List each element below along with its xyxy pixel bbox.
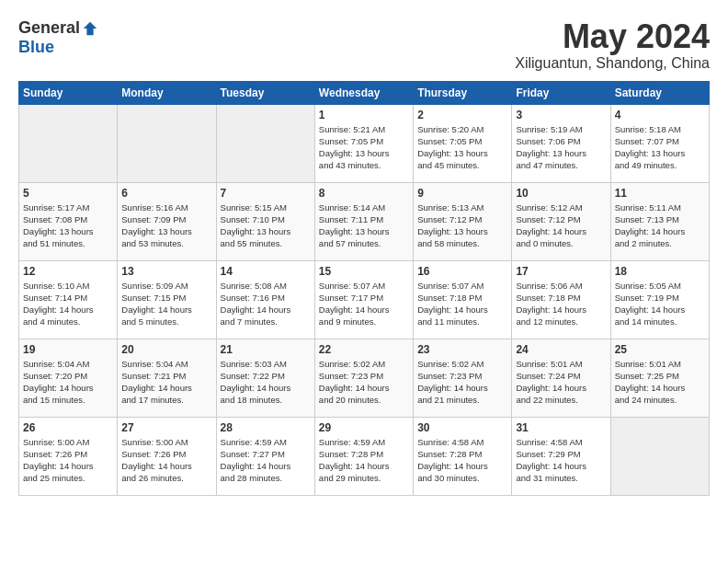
- day-number: 29: [319, 421, 409, 434]
- calendar-day-cell: 5Sunrise: 5:17 AMSunset: 7:08 PMDaylight…: [19, 182, 118, 260]
- calendar-day-cell: 16Sunrise: 5:07 AMSunset: 7:18 PMDayligh…: [414, 260, 512, 339]
- logo-general-text: General: [18, 18, 80, 38]
- day-info: Sunrise: 5:18 AMSunset: 7:07 PMDaylight:…: [615, 123, 705, 172]
- calendar-day-cell: 11Sunrise: 5:11 AMSunset: 7:13 PMDayligh…: [610, 182, 709, 260]
- day-info: Sunrise: 5:09 AMSunset: 7:15 PMDaylight:…: [121, 280, 211, 328]
- day-info: Sunrise: 5:21 AMSunset: 7:05 PMDaylight:…: [319, 123, 409, 172]
- day-info: Sunrise: 5:00 AMSunset: 7:26 PMDaylight:…: [121, 436, 211, 485]
- calendar-day-cell: 2Sunrise: 5:20 AMSunset: 7:05 PMDaylight…: [414, 104, 512, 182]
- logo-blue-text: Blue: [18, 38, 54, 57]
- day-number: 31: [516, 421, 606, 434]
- logo: General Blue: [18, 18, 98, 57]
- day-info: Sunrise: 4:58 AMSunset: 7:28 PMDaylight:…: [417, 436, 507, 485]
- day-number: 3: [516, 109, 606, 121]
- day-number: 25: [615, 343, 705, 356]
- calendar-day-cell: 28Sunrise: 4:59 AMSunset: 7:27 PMDayligh…: [216, 417, 314, 495]
- day-info: Sunrise: 5:02 AMSunset: 7:23 PMDaylight:…: [417, 358, 507, 407]
- calendar-week-row: 12Sunrise: 5:10 AMSunset: 7:14 PMDayligh…: [19, 260, 710, 339]
- day-info: Sunrise: 5:01 AMSunset: 7:24 PMDaylight:…: [516, 358, 606, 407]
- day-info: Sunrise: 5:05 AMSunset: 7:19 PMDaylight:…: [615, 280, 705, 328]
- calendar-day-cell: 9Sunrise: 5:13 AMSunset: 7:12 PMDaylight…: [414, 182, 512, 260]
- header-friday: Friday: [512, 81, 610, 104]
- day-number: 10: [516, 187, 606, 200]
- svg-marker-0: [84, 21, 97, 34]
- calendar-header-row: SundayMondayTuesdayWednesdayThursdayFrid…: [19, 81, 710, 104]
- calendar-day-cell: 15Sunrise: 5:07 AMSunset: 7:17 PMDayligh…: [314, 260, 413, 339]
- calendar-day-cell: 21Sunrise: 5:03 AMSunset: 7:22 PMDayligh…: [216, 339, 314, 417]
- day-info: Sunrise: 4:58 AMSunset: 7:29 PMDaylight:…: [516, 436, 606, 485]
- calendar-day-cell: 24Sunrise: 5:01 AMSunset: 7:24 PMDayligh…: [512, 339, 610, 417]
- day-number: 2: [417, 109, 507, 121]
- day-info: Sunrise: 5:04 AMSunset: 7:20 PMDaylight:…: [23, 358, 113, 407]
- day-info: Sunrise: 5:04 AMSunset: 7:21 PMDaylight:…: [121, 358, 211, 407]
- day-number: 17: [516, 265, 606, 278]
- day-info: Sunrise: 5:16 AMSunset: 7:09 PMDaylight:…: [121, 201, 211, 250]
- day-number: 20: [121, 343, 211, 356]
- day-number: 28: [221, 421, 311, 434]
- calendar-day-cell: 14Sunrise: 5:08 AMSunset: 7:16 PMDayligh…: [216, 260, 314, 339]
- header-monday: Monday: [118, 81, 216, 104]
- day-number: 26: [23, 421, 113, 434]
- day-number: 27: [121, 421, 211, 434]
- calendar-week-row: 1Sunrise: 5:21 AMSunset: 7:05 PMDaylight…: [19, 104, 710, 182]
- calendar-day-cell: [610, 417, 709, 495]
- calendar-day-cell: 18Sunrise: 5:05 AMSunset: 7:19 PMDayligh…: [610, 260, 709, 339]
- calendar-day-cell: [118, 104, 216, 182]
- day-number: 12: [23, 265, 113, 278]
- calendar-day-cell: 30Sunrise: 4:58 AMSunset: 7:28 PMDayligh…: [414, 417, 512, 495]
- calendar-day-cell: 22Sunrise: 5:02 AMSunset: 7:23 PMDayligh…: [314, 339, 413, 417]
- day-number: 15: [319, 265, 409, 278]
- calendar-week-row: 26Sunrise: 5:00 AMSunset: 7:26 PMDayligh…: [19, 417, 710, 495]
- day-info: Sunrise: 5:12 AMSunset: 7:12 PMDaylight:…: [516, 201, 606, 250]
- calendar-day-cell: 20Sunrise: 5:04 AMSunset: 7:21 PMDayligh…: [118, 339, 216, 417]
- calendar-week-row: 19Sunrise: 5:04 AMSunset: 7:20 PMDayligh…: [19, 339, 710, 417]
- day-number: 4: [615, 109, 705, 121]
- calendar-day-cell: [19, 104, 118, 182]
- calendar-day-cell: 13Sunrise: 5:09 AMSunset: 7:15 PMDayligh…: [118, 260, 216, 339]
- day-info: Sunrise: 4:59 AMSunset: 7:28 PMDaylight:…: [319, 436, 409, 485]
- calendar-day-cell: 19Sunrise: 5:04 AMSunset: 7:20 PMDayligh…: [19, 339, 118, 417]
- day-number: 16: [417, 265, 507, 278]
- day-number: 11: [615, 187, 705, 200]
- page-header: General Blue May 2024 Xiliguantun, Shand…: [18, 18, 710, 72]
- calendar-day-cell: 26Sunrise: 5:00 AMSunset: 7:26 PMDayligh…: [19, 417, 118, 495]
- calendar-day-cell: 29Sunrise: 4:59 AMSunset: 7:28 PMDayligh…: [314, 417, 413, 495]
- day-info: Sunrise: 5:11 AMSunset: 7:13 PMDaylight:…: [615, 201, 705, 250]
- day-info: Sunrise: 5:07 AMSunset: 7:17 PMDaylight:…: [319, 280, 409, 328]
- day-info: Sunrise: 5:20 AMSunset: 7:05 PMDaylight:…: [417, 123, 507, 172]
- day-number: 9: [417, 187, 507, 200]
- header-saturday: Saturday: [610, 81, 709, 104]
- calendar-table: SundayMondayTuesdayWednesdayThursdayFrid…: [18, 81, 710, 496]
- day-number: 13: [121, 265, 211, 278]
- day-number: 24: [516, 343, 606, 356]
- day-info: Sunrise: 5:00 AMSunset: 7:26 PMDaylight:…: [23, 436, 113, 485]
- day-info: Sunrise: 5:15 AMSunset: 7:10 PMDaylight:…: [221, 201, 311, 250]
- day-number: 14: [221, 265, 311, 278]
- day-info: Sunrise: 5:02 AMSunset: 7:23 PMDaylight:…: [319, 358, 409, 407]
- logo-icon: [82, 20, 98, 37]
- day-info: Sunrise: 5:14 AMSunset: 7:11 PMDaylight:…: [319, 201, 409, 250]
- calendar-day-cell: 7Sunrise: 5:15 AMSunset: 7:10 PMDaylight…: [216, 182, 314, 260]
- title-area: May 2024 Xiliguantun, Shandong, China: [515, 18, 710, 72]
- day-number: 6: [121, 187, 211, 200]
- day-info: Sunrise: 5:13 AMSunset: 7:12 PMDaylight:…: [417, 201, 507, 250]
- day-info: Sunrise: 5:07 AMSunset: 7:18 PMDaylight:…: [417, 280, 507, 328]
- calendar-day-cell: 17Sunrise: 5:06 AMSunset: 7:18 PMDayligh…: [512, 260, 610, 339]
- day-number: 1: [319, 109, 409, 121]
- calendar-day-cell: 10Sunrise: 5:12 AMSunset: 7:12 PMDayligh…: [512, 182, 610, 260]
- day-number: 8: [319, 187, 409, 200]
- day-info: Sunrise: 5:03 AMSunset: 7:22 PMDaylight:…: [221, 358, 311, 407]
- day-info: Sunrise: 5:06 AMSunset: 7:18 PMDaylight:…: [516, 280, 606, 328]
- day-number: 30: [417, 421, 507, 434]
- day-info: Sunrise: 4:59 AMSunset: 7:27 PMDaylight:…: [221, 436, 311, 485]
- calendar-day-cell: 1Sunrise: 5:21 AMSunset: 7:05 PMDaylight…: [314, 104, 413, 182]
- day-info: Sunrise: 5:19 AMSunset: 7:06 PMDaylight:…: [516, 123, 606, 172]
- month-title: May 2024: [515, 18, 710, 55]
- calendar-day-cell: 27Sunrise: 5:00 AMSunset: 7:26 PMDayligh…: [118, 417, 216, 495]
- calendar-day-cell: [216, 104, 314, 182]
- calendar-day-cell: 3Sunrise: 5:19 AMSunset: 7:06 PMDaylight…: [512, 104, 610, 182]
- header-thursday: Thursday: [414, 81, 512, 104]
- day-number: 22: [319, 343, 409, 356]
- calendar-day-cell: 6Sunrise: 5:16 AMSunset: 7:09 PMDaylight…: [118, 182, 216, 260]
- calendar-day-cell: 4Sunrise: 5:18 AMSunset: 7:07 PMDaylight…: [610, 104, 709, 182]
